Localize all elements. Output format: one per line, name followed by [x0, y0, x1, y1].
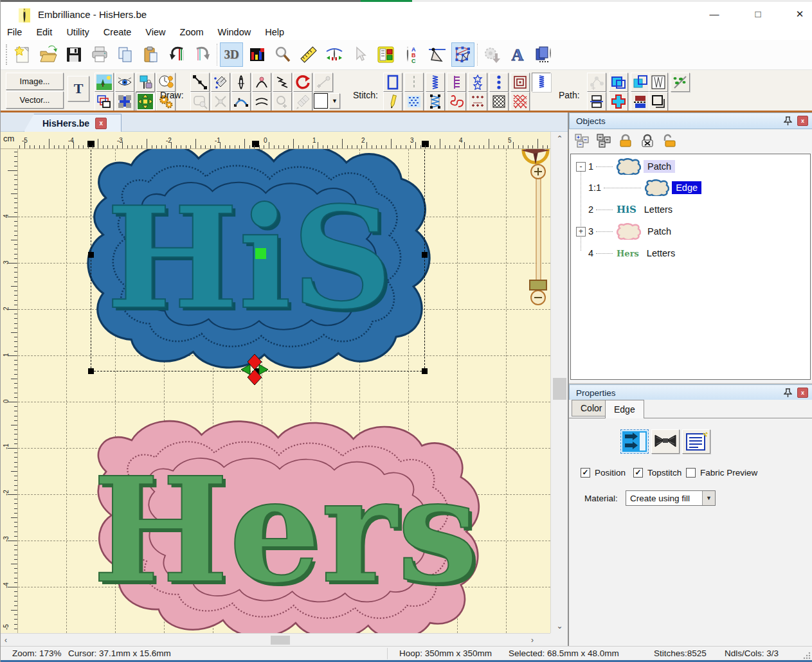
font-letter-button[interactable]: A: [506, 42, 529, 67]
scroll-left-icon[interactable]: ‹: [5, 636, 7, 645]
select-tool-button[interactable]: [348, 42, 372, 67]
maximize-button[interactable]: □: [748, 7, 768, 21]
tree-row-letters-hers[interactable]: 4 Hers Letters: [576, 243, 807, 264]
path-branch-icon[interactable]: [671, 73, 690, 92]
redo-button[interactable]: [191, 42, 214, 67]
draw-pleat-icon[interactable]: [273, 73, 292, 92]
hers-letters[interactable]: Hers: [93, 445, 479, 615]
tree-row-patch-2[interactable]: + 3 Patch: [576, 221, 807, 242]
properties-panel-close-icon[interactable]: x: [797, 388, 808, 398]
node-edit-button[interactable]: [426, 42, 449, 67]
tree-item-label-selected[interactable]: Edge: [672, 181, 701, 194]
stitch-blanket-icon[interactable]: [447, 73, 466, 92]
text-tool-button[interactable]: T: [68, 76, 89, 102]
expand-expander-icon[interactable]: +: [576, 227, 586, 237]
path-frame-corner-icon[interactable]: [649, 92, 668, 111]
material-dropdown[interactable]: Create using fill ▼: [626, 490, 716, 506]
stitch-echo-icon[interactable]: [510, 73, 530, 92]
stitch-edit-button[interactable]: [451, 42, 474, 67]
draw-point-pen-icon[interactable]: [211, 73, 230, 92]
draw-double-curve-icon[interactable]: [252, 92, 271, 111]
path-nodes-icon[interactable]: [587, 73, 606, 92]
bowtie-stitch-button[interactable]: [651, 429, 680, 454]
path-align-icon[interactable]: [587, 92, 606, 111]
menu-zoom[interactable]: Zoom: [180, 26, 212, 39]
scroll-up-icon[interactable]: ⌃: [551, 134, 568, 143]
pin-icon[interactable]: [784, 388, 792, 398]
stitch-stipple-icon[interactable]: [447, 92, 466, 111]
stitch-satin-zigzag-icon[interactable]: [426, 73, 445, 92]
new-file-button[interactable]: [11, 42, 34, 67]
selection-handle-w[interactable]: [88, 252, 94, 258]
stitch-crosshatch-icon[interactable]: [489, 92, 509, 111]
vector-button[interactable]: Vector...: [6, 91, 64, 109]
draw-magic-wand-icon[interactable]: [190, 92, 210, 111]
fabric-preview-checkbox[interactable]: [686, 468, 696, 478]
stitch-motif-star-icon[interactable]: [468, 73, 487, 92]
draw-hatch-pen-icon[interactable]: [293, 92, 312, 111]
selection-handle-se[interactable]: [422, 368, 428, 374]
center-design-icon[interactable]: [115, 92, 134, 111]
path-satin-wave-icon[interactable]: [649, 73, 668, 92]
draw-connect-icon[interactable]: [314, 73, 333, 92]
draw-column-icon[interactable]: [231, 73, 251, 92]
stitch-clock-icon[interactable]: [156, 73, 176, 92]
path-weld-icon[interactable]: [609, 73, 628, 92]
tree-item-label[interactable]: Patch: [644, 225, 675, 238]
collapse-expander-icon[interactable]: -: [576, 162, 586, 172]
view-stitches-eye-icon[interactable]: [115, 73, 134, 92]
path-mask-icon[interactable]: [631, 92, 650, 111]
menu-utility[interactable]: Utility: [66, 26, 96, 39]
draw-polyline-icon[interactable]: [190, 73, 210, 92]
measure-tool-button[interactable]: [297, 42, 320, 67]
stitch-bean-dots-icon[interactable]: [489, 73, 509, 92]
menu-edit[interactable]: Edit: [36, 26, 60, 39]
draw-arc-icon[interactable]: [252, 73, 271, 92]
applique-position-button[interactable]: [620, 429, 649, 454]
hoop-lock-icon[interactable]: [136, 73, 155, 92]
expand-all-icon[interactable]: [573, 132, 590, 149]
draw-remove-overlap-icon[interactable]: [211, 92, 230, 111]
paste-button[interactable]: [140, 42, 163, 67]
document-tab[interactable]: HisHers.be x: [24, 114, 122, 132]
tree-row-letters-his[interactable]: 2 HiS Letters: [576, 199, 807, 220]
position-checkbox[interactable]: ✓: [581, 468, 590, 478]
tab-edge[interactable]: Edge: [605, 400, 644, 418]
menu-help[interactable]: Help: [265, 26, 292, 39]
lettering-button[interactable]: ABC: [400, 42, 423, 67]
horizontal-scroll-thumb[interactable]: [271, 636, 290, 645]
notes-document-button[interactable]: [682, 429, 710, 454]
menu-view[interactable]: View: [145, 26, 173, 39]
hers-patch-design[interactable]: Hers Hers: [52, 416, 496, 633]
thread-palette-button[interactable]: [374, 42, 397, 67]
merge-design-button[interactable]: [532, 42, 555, 67]
image-button[interactable]: Image...: [6, 73, 64, 90]
close-button[interactable]: ✕: [790, 7, 809, 21]
path-overlap-icon[interactable]: [631, 73, 650, 92]
canvas-vertical-scrollbar[interactable]: ⌃ ⌄: [550, 132, 568, 633]
tree-item-label[interactable]: Letters: [640, 203, 676, 216]
design-canvas[interactable]: HiS HiS Hers Hers: [18, 149, 550, 633]
stitch-column-zigzag-icon[interactable]: [426, 92, 445, 111]
zoom-slider-handle[interactable]: [530, 280, 546, 290]
selection-center-marker[interactable]: [255, 248, 266, 259]
stitch-entry-exit-marker[interactable]: [240, 353, 269, 386]
zoom-tool-button[interactable]: [271, 42, 294, 67]
objects-panel-close-icon[interactable]: x: [797, 116, 808, 126]
design-colors-button[interactable]: [246, 42, 269, 67]
undo-button[interactable]: [165, 42, 188, 67]
open-file-button[interactable]: [37, 42, 60, 67]
fit-hoop-arrows-icon[interactable]: [136, 92, 155, 111]
tree-item-label[interactable]: Patch: [644, 160, 675, 173]
menu-create[interactable]: Create: [104, 26, 140, 39]
minimize-button[interactable]: —: [705, 7, 724, 21]
stitch-fill-icon[interactable]: [404, 92, 424, 111]
tree-row-edge[interactable]: 1:1 Edge: [576, 177, 807, 198]
draw-add-hole-icon[interactable]: [273, 92, 292, 111]
collapse-all-icon[interactable]: [595, 132, 612, 149]
canvas-zoom-slider[interactable]: [528, 163, 548, 306]
save-button[interactable]: [62, 42, 86, 67]
menu-window[interactable]: Window: [218, 26, 259, 39]
unlock-icon[interactable]: [660, 132, 678, 149]
background-image-icon[interactable]: [95, 73, 114, 92]
